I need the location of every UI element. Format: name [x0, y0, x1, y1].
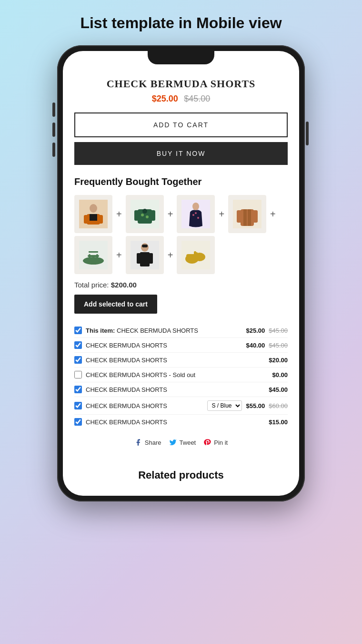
fbt-list-item-3: CHECK BERMUDA SHORTS $20.00: [74, 353, 288, 368]
svg-rect-33: [137, 253, 141, 264]
pinterest-share-label: Pin it: [214, 439, 228, 446]
fbt-item-price-4: $0.00: [272, 371, 288, 378]
fbt-image-6[interactable]: [126, 236, 164, 274]
add-selected-to-cart-button[interactable]: Add selected to cart: [74, 295, 157, 314]
svg-point-1: [90, 204, 97, 213]
fbt-list-item-7: CHECK BERMUDA SHORTS $15.00: [74, 415, 288, 429]
fbt-image-2[interactable]: [126, 195, 164, 233]
power-button: [306, 122, 309, 145]
fbt-checkbox-7[interactable]: [74, 418, 82, 426]
related-products-title: Related products: [63, 460, 299, 486]
fbt-plus-5: +: [115, 250, 123, 261]
svg-rect-29: [89, 251, 98, 253]
svg-rect-21: [252, 210, 258, 223]
fbt-item-name-5: CHECK BERMUDA SHORTS: [86, 386, 265, 393]
fbt-plus-6: +: [167, 250, 174, 261]
fbt-total-value: $200.00: [111, 281, 137, 289]
fbt-image-4[interactable]: [228, 195, 266, 233]
svg-rect-3: [84, 215, 89, 224]
fbt-plus-2: +: [167, 209, 174, 220]
fbt-section-title: Frequently Bought Together: [74, 176, 288, 187]
twitter-share-label: Tweet: [180, 439, 196, 446]
share-row: Share Tweet Pin it: [74, 439, 288, 446]
fbt-item-name-2: CHECK BERMUDA SHORTS: [86, 342, 242, 349]
phone-side-buttons: [52, 102, 55, 157]
screen-content: CHECK BERMUDA SHORTS $25.00 $45.00 ADD T…: [63, 64, 299, 460]
fbt-item-orig-2: $45.00: [269, 342, 288, 349]
fbt-checkbox-2[interactable]: [74, 341, 82, 349]
fbt-item-price-7: $15.00: [269, 419, 288, 426]
svg-rect-9: [150, 210, 155, 221]
facebook-share[interactable]: Share: [134, 439, 161, 446]
fbt-item-price-2: $40.00: [246, 342, 265, 349]
fbt-plus-1: +: [115, 209, 123, 220]
svg-rect-34: [148, 253, 153, 264]
fbt-list-item-2: CHECK BERMUDA SHORTS $40.00 $45.00: [74, 338, 288, 353]
svg-rect-28: [88, 255, 99, 257]
fbt-list-item-4: CHECK BERMUDA SHORTS - Sold out $0.00: [74, 368, 288, 382]
fbt-image-1[interactable]: [74, 195, 112, 233]
price-row: $25.00 $45.00: [74, 94, 288, 104]
svg-point-10: [142, 209, 147, 214]
svg-point-17: [195, 212, 197, 214]
fbt-image-3[interactable]: [177, 195, 215, 233]
fbt-item-name-1: This item: CHECK BERMUDA SHORTS: [86, 327, 242, 334]
fbt-item-name-7: CHECK BERMUDA SHORTS: [86, 419, 265, 426]
volume-up-button: [52, 102, 55, 117]
fbt-item-price-1: $25.00: [246, 327, 265, 334]
fbt-item-orig-1: $45.00: [269, 327, 288, 334]
fbt-variant-select-6[interactable]: S / Blue: [207, 400, 242, 411]
svg-rect-8: [134, 210, 140, 221]
add-to-cart-button[interactable]: ADD TO CART: [74, 112, 288, 137]
fbt-plus-4: +: [269, 209, 277, 220]
svg-rect-19: [241, 209, 254, 226]
facebook-share-label: Share: [145, 439, 161, 446]
svg-rect-5: [90, 214, 97, 221]
fbt-checkbox-1[interactable]: [74, 327, 82, 334]
fbt-items-list: This item: CHECK BERMUDA SHORTS $25.00 $…: [74, 323, 288, 429]
fbt-checkbox-4[interactable]: [74, 371, 82, 378]
fbt-checkbox-6[interactable]: [74, 402, 82, 409]
page-title: List template in Mobile view: [80, 14, 282, 32]
pinterest-share[interactable]: Pin it: [203, 439, 228, 446]
twitter-share[interactable]: Tweet: [169, 439, 196, 446]
fbt-item-orig-6: $60.00: [269, 402, 288, 409]
fbt-image-7[interactable]: [177, 236, 215, 274]
volume-down-button: [52, 123, 55, 137]
fbt-checkbox-3[interactable]: [74, 356, 82, 364]
svg-point-15: [192, 214, 194, 216]
svg-rect-4: [98, 215, 103, 224]
svg-point-12: [146, 215, 149, 218]
fbt-list-item-5: CHECK BERMUDA SHORTS $45.00: [74, 382, 288, 397]
svg-rect-20: [237, 210, 242, 223]
product-title: CHECK BERMUDA SHORTS: [74, 78, 288, 90]
svg-rect-35: [142, 245, 148, 247]
fbt-list-item-1: This item: CHECK BERMUDA SHORTS $25.00 $…: [74, 323, 288, 338]
fbt-item-name-6: CHECK BERMUDA SHORTS: [86, 402, 203, 409]
fbt-total-price: Total price: $200.00: [74, 281, 288, 289]
svg-point-11: [141, 214, 144, 216]
svg-rect-41: [196, 252, 198, 261]
fbt-item-price-6: $55.00: [246, 402, 265, 409]
svg-point-25: [83, 257, 104, 265]
fbt-item-name-4: CHECK BERMUDA SHORTS - Sold out: [86, 371, 268, 378]
fbt-plus-3: +: [218, 209, 225, 220]
original-price: $45.00: [184, 94, 210, 103]
svg-point-14: [192, 203, 199, 210]
sale-price: $25.00: [152, 94, 178, 103]
svg-point-40: [194, 253, 205, 261]
fbt-list-item-6: CHECK BERMUDA SHORTS S / Blue $55.00 $60…: [74, 397, 288, 415]
silent-button: [52, 143, 55, 157]
svg-rect-22: [243, 209, 247, 226]
phone-screen: CHECK BERMUDA SHORTS $25.00 $45.00 ADD T…: [63, 51, 299, 496]
fbt-item-price-5: $45.00: [269, 386, 288, 393]
fbt-product-grid: + +: [74, 195, 288, 274]
fbt-checkbox-5[interactable]: [74, 386, 82, 393]
svg-rect-23: [248, 209, 251, 226]
phone-frame: CHECK BERMUDA SHORTS $25.00 $45.00 ADD T…: [57, 45, 305, 501]
fbt-image-5[interactable]: [74, 236, 112, 274]
svg-point-16: [197, 217, 199, 219]
fbt-item-price-3: $20.00: [269, 357, 288, 364]
fbt-item-name-3: CHECK BERMUDA SHORTS: [86, 357, 265, 364]
buy-it-now-button[interactable]: BUY IT NOW: [74, 142, 288, 165]
